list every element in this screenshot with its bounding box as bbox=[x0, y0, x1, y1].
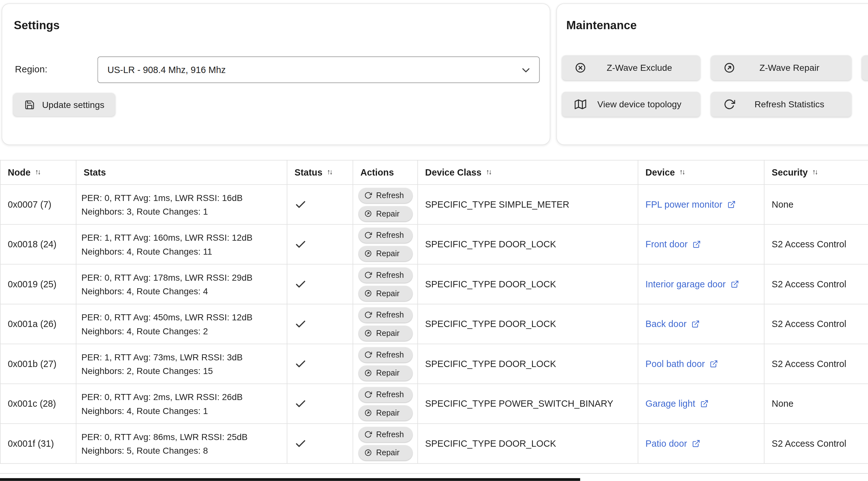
status-cell bbox=[287, 384, 353, 423]
stats-line1: PER: 1, RTT Avg: 73ms, LWR RSSI: 3dB bbox=[81, 350, 283, 364]
refresh-statistics-button[interactable]: Refresh Statistics bbox=[711, 92, 851, 117]
device-link[interactable]: Front door bbox=[645, 239, 701, 250]
external-link-icon bbox=[700, 399, 709, 408]
refresh-icon bbox=[364, 191, 372, 199]
heal-icon bbox=[723, 62, 735, 74]
external-link-icon bbox=[727, 200, 736, 209]
stats-line2: Neighbors: 4, Route Changes: 1 bbox=[81, 404, 283, 418]
column-label: Stats bbox=[84, 167, 106, 178]
refresh-icon bbox=[364, 311, 372, 319]
view-topology-button[interactable]: View device topology bbox=[562, 92, 700, 117]
region-select[interactable]: US-LR - 908.4 Mhz, 916 Mhz bbox=[97, 57, 540, 83]
status-cell bbox=[287, 344, 353, 384]
repair-node-button[interactable]: Repair bbox=[359, 206, 412, 221]
repair-node-button[interactable]: Repair bbox=[359, 326, 412, 341]
repair-node-button[interactable]: Repair bbox=[359, 246, 412, 261]
check-icon bbox=[294, 318, 307, 330]
refresh-node-button[interactable]: Refresh bbox=[359, 307, 412, 322]
device-class: SPECIFIC_TYPE DOOR_LOCK bbox=[425, 358, 556, 368]
column-header-device-class[interactable]: Device Class↑↓ bbox=[417, 160, 638, 185]
refresh-label: Refresh bbox=[376, 390, 404, 399]
device-link[interactable]: Back door bbox=[645, 319, 700, 329]
column-header-device[interactable]: Device↑↓ bbox=[638, 160, 764, 185]
repair-label: Repair bbox=[376, 368, 399, 378]
stats-line2: Neighbors: 4, Route Changes: 2 bbox=[81, 324, 283, 338]
stats-cell: PER: 0, RTT Avg: 178ms, LWR RSSI: 29dB N… bbox=[76, 264, 287, 304]
repair-node-button[interactable]: Repair bbox=[359, 406, 412, 420]
refresh-label: Refresh bbox=[376, 270, 404, 279]
zwave-repair-button[interactable]: Z-Wave Repair bbox=[711, 55, 851, 80]
check-icon bbox=[294, 238, 307, 250]
repair-node-button[interactable]: Repair bbox=[359, 445, 412, 460]
stats-line2: Neighbors: 4, Route Changes: 11 bbox=[81, 245, 283, 258]
column-label: Node bbox=[8, 167, 30, 178]
device-name: Patio door bbox=[645, 438, 687, 449]
node-id: 0x001b (27) bbox=[8, 358, 56, 368]
partial-cutoff-button[interactable] bbox=[862, 55, 868, 80]
status-cell bbox=[287, 304, 353, 344]
refresh-node-button[interactable]: Refresh bbox=[359, 228, 412, 243]
status-cell bbox=[287, 185, 353, 224]
column-header-security[interactable]: Security↑↓ bbox=[764, 160, 868, 185]
device-cell: FPL power monitor bbox=[638, 185, 764, 224]
device-class: SPECIFIC_TYPE POWER_SWITCH_BINARY bbox=[425, 398, 613, 408]
device-class: SPECIFIC_TYPE DOOR_LOCK bbox=[425, 239, 556, 249]
node-table: Node↑↓ Stats Status↑↓ Actions Device Cla… bbox=[0, 160, 868, 464]
sort-icon: ↑↓ bbox=[812, 168, 817, 176]
actions-cell: Refresh Repair bbox=[353, 344, 417, 384]
divider bbox=[0, 473, 868, 474]
refresh-node-button[interactable]: Refresh bbox=[359, 387, 412, 402]
refresh-node-button[interactable]: Refresh bbox=[359, 347, 412, 362]
device-link[interactable]: Interior garage door bbox=[645, 279, 739, 289]
refresh-icon bbox=[364, 391, 372, 398]
maintenance-card: Maintenance Z-Wave Exclude Z-Wave Repair… bbox=[556, 3, 868, 145]
device-class-cell: SPECIFIC_TYPE POWER_SWITCH_BINARY bbox=[417, 384, 638, 423]
device-class-cell: SPECIFIC_TYPE DOOR_LOCK bbox=[417, 224, 638, 264]
stats-line2: Neighbors: 5, Route Changes: 8 bbox=[81, 444, 283, 457]
actions-cell: Refresh Repair bbox=[353, 423, 417, 463]
device-class-cell: SPECIFIC_TYPE DOOR_LOCK bbox=[417, 304, 638, 344]
device-class-cell: SPECIFIC_TYPE DOOR_LOCK bbox=[417, 344, 638, 384]
sort-icon: ↑↓ bbox=[679, 168, 684, 176]
node-id: 0x001f (31) bbox=[8, 438, 54, 448]
device-link[interactable]: Garage light bbox=[645, 398, 709, 409]
device-link[interactable]: Pool bath door bbox=[645, 358, 718, 369]
zwave-exclude-button[interactable]: Z-Wave Exclude bbox=[562, 55, 700, 80]
column-header-node[interactable]: Node↑↓ bbox=[0, 160, 76, 185]
stats-line1: PER: 1, RTT Avg: 160ms, LWR RSSI: 12dB bbox=[81, 230, 283, 245]
repair-label: Repair bbox=[376, 289, 399, 298]
refresh-icon bbox=[364, 231, 372, 239]
device-cell: Garage light bbox=[638, 384, 764, 423]
heal-icon bbox=[364, 210, 372, 218]
stats-line1: PER: 0, RTT Avg: 86ms, LWR RSSI: 25dB bbox=[81, 429, 283, 444]
column-label: Status bbox=[294, 167, 322, 178]
refresh-icon bbox=[364, 430, 372, 438]
device-class-cell: SPECIFIC_TYPE DOOR_LOCK bbox=[417, 264, 638, 304]
stats-line1: PER: 0, RTT Avg: 450ms, LWR RSSI: 12dB bbox=[81, 310, 283, 324]
security-level: None bbox=[772, 398, 794, 408]
stats-line1: PER: 0, RTT Avg: 1ms, LWR RSSI: 16dB bbox=[81, 191, 283, 204]
actions-cell: Refresh Repair bbox=[353, 304, 417, 344]
refresh-node-button[interactable]: Refresh bbox=[359, 268, 412, 283]
repair-label: Repair bbox=[376, 249, 399, 258]
repair-node-button[interactable]: Repair bbox=[359, 286, 412, 301]
stats-cell: PER: 0, RTT Avg: 450ms, LWR RSSI: 12dB N… bbox=[76, 304, 287, 344]
device-cell: Back door bbox=[638, 304, 764, 344]
check-icon bbox=[294, 278, 307, 290]
zwave-repair-label: Z-Wave Repair bbox=[735, 63, 844, 73]
security-level: S2 Access Control bbox=[772, 279, 846, 289]
refresh-node-button[interactable]: Refresh bbox=[359, 427, 412, 442]
heal-icon bbox=[364, 290, 372, 297]
security-cell: S2 Access Control bbox=[764, 423, 868, 463]
device-link[interactable]: Patio door bbox=[645, 438, 700, 449]
refresh-node-button[interactable]: Refresh bbox=[359, 188, 412, 203]
column-label: Actions bbox=[361, 167, 394, 178]
device-link[interactable]: FPL power monitor bbox=[645, 199, 736, 210]
update-settings-button[interactable]: Update settings bbox=[13, 93, 116, 116]
repair-node-button[interactable]: Repair bbox=[359, 365, 412, 380]
refresh-icon bbox=[364, 351, 372, 358]
table-row: 0x001a (26) PER: 0, RTT Avg: 450ms, LWR … bbox=[0, 304, 868, 344]
table-header-row: Node↑↓ Stats Status↑↓ Actions Device Cla… bbox=[0, 160, 868, 185]
column-header-status[interactable]: Status↑↓ bbox=[287, 160, 353, 185]
sort-icon: ↑↓ bbox=[486, 168, 491, 176]
